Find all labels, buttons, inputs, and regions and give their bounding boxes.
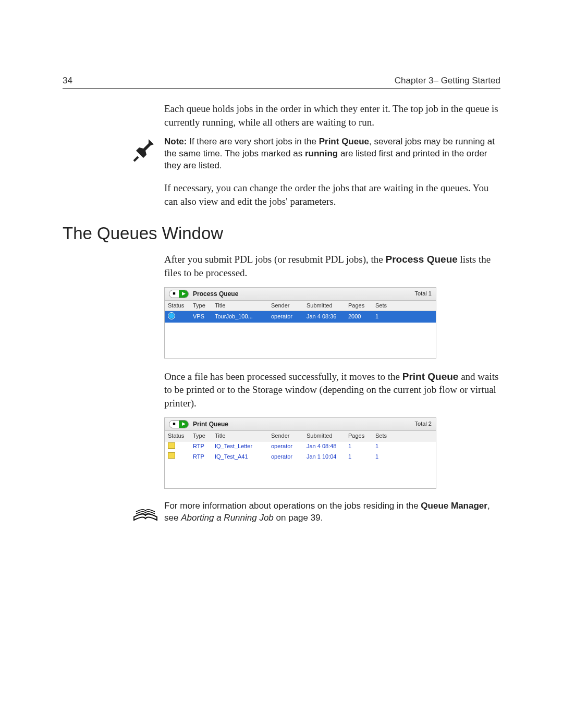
note-print-queue: Print Queue — [319, 137, 369, 146]
p2-b: Print Queue — [402, 371, 459, 382]
intro-paragraph: Each queue holds jobs in the order in wh… — [164, 102, 500, 129]
p1-a: After you submit PDL jobs (or resubmit P… — [164, 254, 385, 265]
submitted-cell: Jan 4 08:36 — [307, 313, 348, 320]
play-icon[interactable]: ▶ — [179, 421, 188, 428]
print-queue-panel: ■ ▶ Print Queue Total 2 Status Type Titl… — [164, 417, 436, 489]
print-queue-title: Print Queue — [193, 420, 228, 428]
status-cell — [168, 452, 193, 461]
process-queue-title: Process Queue — [193, 290, 238, 298]
reference-text: For more information about operations on… — [164, 500, 500, 524]
section-p2: Once a file has been processed successfu… — [164, 370, 500, 410]
ref-a: For more information about operations on… — [164, 501, 421, 511]
sets-cell: 1 — [375, 442, 402, 450]
printer-icon — [168, 442, 175, 449]
process-queue-total: Total 1 — [415, 290, 432, 298]
col-sender: Sender — [271, 302, 307, 310]
para2-block: If necessary, you can change the order t… — [164, 181, 500, 208]
section-p1: After you submit PDL jobs (or resubmit P… — [164, 253, 500, 279]
p1-b: Process Queue — [385, 254, 457, 265]
col-sender: Sender — [271, 432, 307, 440]
pages-cell: 1 — [348, 453, 375, 461]
sets-cell: 1 — [375, 313, 402, 320]
pages-cell: 2000 — [348, 313, 375, 320]
note-text: Note: If there are very short jobs in th… — [164, 136, 500, 172]
note-t1: If there are very short jobs in the — [187, 137, 319, 146]
print-queue-body: RTP IQ_Test_Letter operator Jan 4 08:48 … — [165, 441, 436, 488]
col-title: Title — [215, 302, 271, 310]
note-label: Note: — [164, 137, 187, 146]
col-title: Title — [215, 432, 271, 440]
para2: If necessary, you can change the order t… — [164, 181, 500, 208]
title-cell: TourJob_100... — [215, 313, 271, 320]
svg-line-0 — [134, 157, 138, 161]
p2-a: Once a file has been processed successfu… — [164, 371, 402, 382]
note-block: Note: If there are very short jobs in th… — [133, 136, 500, 172]
pushpin-icon — [133, 137, 158, 164]
col-sets: Sets — [375, 302, 402, 310]
col-sets: Sets — [375, 432, 402, 440]
title-cell: IQ_Test_A41 — [215, 453, 271, 461]
process-queue-columns: Status Type Title Sender Submitted Pages… — [165, 301, 436, 311]
submitted-cell: Jan 1 10:04 — [307, 453, 348, 461]
col-type: Type — [193, 302, 215, 310]
sender-cell: operator — [271, 453, 307, 461]
title-cell: IQ_Test_Letter — [215, 442, 271, 450]
stop-icon[interactable]: ■ — [169, 290, 179, 298]
status-cell — [168, 442, 193, 451]
process-queue-titlebar: ■ ▶ Process Queue Total 1 — [165, 288, 436, 301]
status-cell — [168, 312, 193, 322]
col-status: Status — [168, 302, 193, 310]
section-heading: The Queues Window — [63, 224, 500, 243]
table-row[interactable]: VPS TourJob_100... operator Jan 4 08:36 … — [165, 311, 436, 323]
reference-block: For more information about operations on… — [133, 500, 500, 524]
print-queue-titlebar: ■ ▶ Print Queue Total 2 — [165, 418, 436, 431]
page: 34 Chapter 3– Getting Started Each queue… — [0, 0, 563, 728]
col-submitted: Submitted — [307, 432, 348, 440]
queue-control-buttons[interactable]: ■ ▶ — [169, 420, 189, 428]
ref-b: Queue Manager — [421, 501, 487, 511]
page-header: 34 Chapter 3– Getting Started — [63, 76, 500, 89]
ref-e: on page 39. — [274, 513, 323, 523]
ref-d: Aborting a Running Job — [181, 513, 274, 523]
play-icon[interactable]: ▶ — [179, 290, 188, 298]
sets-cell: 1 — [375, 453, 402, 461]
queue-control-buttons[interactable]: ■ ▶ — [169, 290, 189, 298]
type-cell: RTP — [193, 453, 215, 461]
type-cell: VPS — [193, 313, 215, 320]
table-row[interactable]: RTP IQ_Test_A41 operator Jan 1 10:04 1 1 — [165, 451, 436, 462]
stop-icon[interactable]: ■ — [169, 421, 179, 428]
col-type: Type — [193, 432, 215, 440]
sender-cell: operator — [271, 442, 307, 450]
note-running: running — [305, 149, 338, 158]
section-body: After you submit PDL jobs (or resubmit P… — [164, 253, 500, 488]
col-pages: Pages — [348, 432, 375, 440]
sender-cell: operator — [271, 313, 307, 320]
pages-cell: 1 — [348, 442, 375, 450]
type-cell: RTP — [193, 442, 215, 450]
table-row[interactable]: RTP IQ_Test_Letter operator Jan 4 08:48 … — [165, 441, 436, 452]
running-icon — [168, 312, 175, 319]
submitted-cell: Jan 4 08:48 — [307, 442, 348, 450]
process-queue-body: VPS TourJob_100... operator Jan 4 08:36 … — [165, 311, 436, 358]
col-submitted: Submitted — [307, 302, 348, 310]
intro-paragraph-block: Each queue holds jobs in the order in wh… — [164, 102, 500, 129]
col-status: Status — [168, 432, 193, 440]
print-queue-total: Total 2 — [415, 420, 432, 428]
print-queue-columns: Status Type Title Sender Submitted Pages… — [165, 431, 436, 441]
page-number: 34 — [63, 76, 72, 86]
printer-icon — [168, 452, 175, 459]
process-queue-panel: ■ ▶ Process Queue Total 1 Status Type Ti… — [164, 287, 436, 359]
chapter-label: Chapter 3– Getting Started — [395, 76, 500, 86]
book-icon — [133, 501, 158, 524]
col-pages: Pages — [348, 302, 375, 310]
